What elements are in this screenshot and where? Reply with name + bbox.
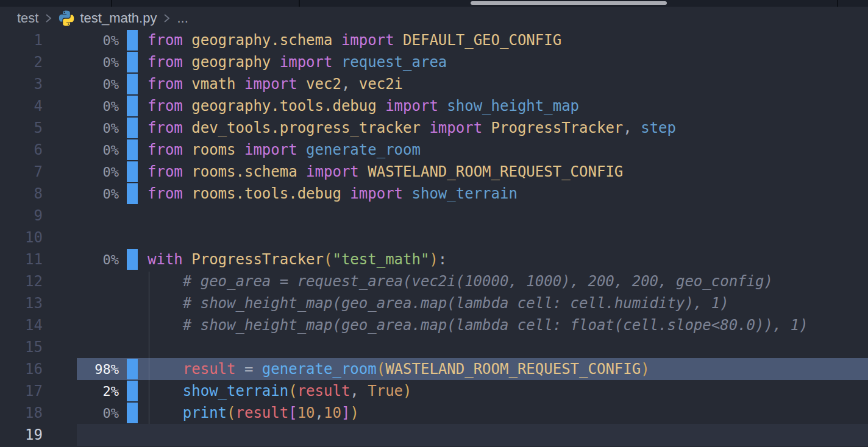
breadcrumb: test test_math.py ...: [0, 7, 868, 29]
code-text[interactable]: from rooms.tools.debug import show_terra…: [148, 183, 518, 205]
code-token: =: [236, 361, 262, 378]
line-number[interactable]: 8: [0, 185, 43, 202]
code-token: rooms.tools.debug: [191, 185, 350, 202]
code-text[interactable]: show_terrain(result, True): [148, 380, 412, 402]
code-token: vec2: [306, 76, 341, 93]
code-line[interactable]: 1698% result = generate_room(WASTELAND_R…: [0, 358, 868, 380]
line-number[interactable]: 13: [0, 295, 43, 312]
breadcrumb-symbol-more[interactable]: ...: [177, 10, 188, 26]
line-number[interactable]: 14: [0, 317, 43, 334]
coverage-marker: [127, 161, 138, 182]
breadcrumb-folder[interactable]: test: [17, 10, 38, 26]
code-line[interactable]: 10%from geography.schema import DEFAULT_…: [0, 29, 868, 51]
code-line[interactable]: 13 # show_height_map(geo_area.map(lambda…: [0, 292, 868, 314]
code-token: import: [385, 97, 447, 114]
coverage-marker: [127, 96, 138, 116]
tab-overflow-scrollbar-thumb[interactable]: [471, 1, 667, 5]
code-line[interactable]: 50%from dev_tools.progress_tracker impor…: [0, 117, 868, 139]
tab-divider: [837, 0, 838, 7]
line-number[interactable]: 9: [0, 207, 43, 224]
code-text[interactable]: from vmath import vec2, vec2i: [148, 73, 403, 95]
coverage-marker: [127, 403, 138, 423]
code-text[interactable]: from geography.tools.debug import show_h…: [148, 95, 579, 117]
code-token: WASTELAND_ROOM_REQUEST_CONFIG: [368, 163, 623, 180]
code-line[interactable]: 14 # show_height_map(geo_area.map(lambda…: [0, 314, 868, 336]
code-line[interactable]: 110%with ProgressTracker("test_math"):: [0, 248, 868, 270]
coverage-percent: 0%: [43, 99, 119, 114]
line-number[interactable]: 11: [0, 251, 43, 268]
code-token: request_area: [341, 54, 447, 71]
code-line[interactable]: 180% print(result[10,10]): [0, 402, 868, 424]
code-text[interactable]: with ProgressTracker("test_math"):: [148, 248, 447, 270]
code-area[interactable]: 10%from geography.schema import DEFAULT_…: [0, 29, 868, 446]
code-token: with: [148, 251, 191, 268]
coverage-marker-empty: [127, 271, 138, 292]
code-line[interactable]: 19: [0, 424, 868, 446]
code-token: ): [429, 251, 438, 268]
line-number[interactable]: 7: [0, 163, 43, 180]
code-token: # geo_area = request_area(vec2i(10000, 1…: [148, 273, 773, 290]
code-token: rooms: [191, 141, 244, 158]
code-line[interactable]: 12 # geo_area = request_area(vec2i(10000…: [0, 270, 868, 292]
code-token: from: [148, 97, 191, 114]
code-text[interactable]: from rooms.schema import WASTELAND_ROOM_…: [148, 161, 623, 183]
editor-window: test test_math.py ... 10%from geography.…: [0, 0, 868, 447]
code-token: ]: [341, 404, 350, 421]
code-text[interactable]: result = generate_room(WASTELAND_ROOM_RE…: [148, 358, 650, 380]
coverage-marker: [127, 359, 138, 379]
code-token: (: [227, 404, 235, 421]
line-number[interactable]: 4: [0, 97, 43, 114]
code-line[interactable]: 70%from rooms.schema import WASTELAND_RO…: [0, 161, 868, 183]
line-number[interactable]: 1: [0, 32, 43, 49]
line-number[interactable]: 6: [0, 141, 43, 158]
tab-divider: [111, 0, 112, 7]
code-token: 10: [324, 404, 341, 421]
code-token: ProgressTracker: [491, 119, 624, 136]
code-text[interactable]: from geography.schema import DEFAULT_GEO…: [148, 29, 561, 51]
line-number[interactable]: 3: [0, 76, 43, 93]
code-token: # show_height_map(geo_area.map(lambda ce…: [148, 295, 729, 312]
code-line[interactable]: 9: [0, 205, 868, 227]
code-line[interactable]: 80%from rooms.tools.debug import show_te…: [0, 183, 868, 205]
code-line[interactable]: 30%from vmath import vec2, vec2i: [0, 73, 868, 95]
line-number[interactable]: 2: [0, 54, 43, 71]
code-text[interactable]: from rooms import generate_room: [148, 139, 421, 161]
code-token: dev_tools.progress_tracker: [191, 119, 429, 136]
code-token: ,: [315, 404, 324, 421]
line-number[interactable]: 17: [0, 382, 43, 399]
code-line[interactable]: 20%from geography import request_area: [0, 51, 868, 73]
line-number[interactable]: 5: [0, 119, 43, 136]
code-text[interactable]: # show_height_map(geo_area.map(lambda ce…: [148, 314, 808, 336]
code-token: result: [236, 404, 289, 421]
code-line[interactable]: 60%from rooms import generate_room: [0, 139, 868, 161]
coverage-marker: [127, 381, 138, 401]
code-token: WASTELAND_ROOM_REQUEST_CONFIG: [385, 361, 641, 378]
breadcrumb-file[interactable]: test_math.py: [80, 10, 157, 26]
code-token: result: [183, 361, 236, 378]
code-token: step: [641, 119, 676, 136]
code-token: show_terrain: [412, 185, 518, 202]
code-line[interactable]: 172% show_terrain(result, True): [0, 380, 868, 402]
line-number[interactable]: 15: [0, 339, 43, 356]
line-number[interactable]: 12: [0, 273, 43, 290]
code-text[interactable]: print(result[10,10]): [148, 402, 359, 424]
code-token: geography: [191, 54, 280, 71]
code-token: ,: [623, 119, 641, 136]
coverage-marker-empty: [127, 424, 138, 445]
code-line[interactable]: 10: [0, 227, 868, 248]
code-text[interactable]: # geo_area = request_area(vec2i(10000, 1…: [148, 270, 773, 292]
coverage-marker: [127, 183, 138, 204]
line-number[interactable]: 16: [0, 361, 43, 378]
code-token: [148, 382, 183, 399]
code-text[interactable]: from geography import request_area: [148, 51, 447, 73]
code-token: [: [288, 404, 297, 421]
code-text[interactable]: from dev_tools.progress_tracker import P…: [148, 117, 676, 139]
line-number[interactable]: 18: [0, 404, 43, 421]
line-number[interactable]: 10: [0, 229, 43, 246]
code-token: generate_room: [262, 361, 377, 378]
code-line[interactable]: 40%from geography.tools.debug import sho…: [0, 95, 868, 117]
code-text[interactable]: # show_height_map(geo_area.map(lambda ce…: [148, 292, 729, 314]
line-number[interactable]: 19: [0, 426, 43, 443]
cursor-line-highlight: [77, 424, 868, 446]
code-line[interactable]: 15: [0, 336, 868, 358]
